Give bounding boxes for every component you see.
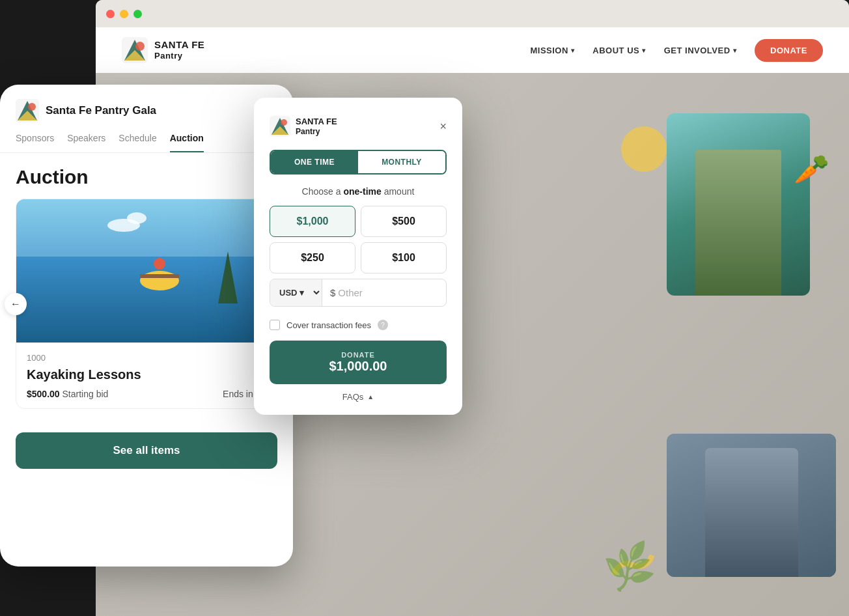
starting-bid: $500.00 Starting bid	[27, 389, 108, 399]
auction-item-info: 1000 $ Kayaking Lessons $500.00 Starting…	[16, 343, 277, 408]
auction-item-card: 1000 $ Kayaking Lessons $500.00 Starting…	[16, 199, 277, 409]
auction-item-image	[16, 199, 277, 343]
item-bid-info: $500.00 Starting bid Ends in 5d	[27, 389, 266, 399]
faqs-row[interactable]: FAQs ▲	[270, 392, 447, 402]
amount-prompt: Choose a one-time amount	[270, 186, 447, 197]
minimize-button-icon[interactable]	[120, 10, 128, 18]
nav-get-involved[interactable]: GET INVOLVED ▾	[664, 46, 736, 55]
see-all-items-button[interactable]: See all items	[16, 432, 277, 469]
logo-text-sub: Pantry	[154, 51, 204, 61]
logo-text-name: SANTA FE	[154, 39, 204, 51]
amount-250[interactable]: $250	[270, 242, 355, 273]
help-icon[interactable]: ?	[378, 320, 388, 330]
tab-auction[interactable]: Auction	[170, 133, 204, 152]
site-navbar: SANTA FE Pantry MISSION ▾ ABOUT US ▾ GET…	[96, 27, 849, 73]
browser-titlebar	[96, 0, 849, 27]
tab-sponsors[interactable]: Sponsors	[16, 133, 54, 152]
photo-top	[667, 113, 810, 296]
monthly-button[interactable]: MONTHLY	[358, 151, 445, 173]
photo-bottom	[667, 434, 836, 577]
tab-schedule[interactable]: Schedule	[118, 133, 156, 152]
amount-100[interactable]: $100	[361, 242, 447, 273]
auction-section-title: Auction	[16, 166, 277, 188]
modal-header: SANTA FE Pantry ×	[270, 116, 447, 137]
modal-close-button[interactable]: ×	[439, 120, 447, 132]
cloud-decoration-2	[127, 212, 146, 224]
dollar-sign: $	[330, 287, 335, 298]
mobile-content: Auction ←	[0, 153, 293, 422]
frequency-toggle: ONE TIME MONTHLY	[270, 150, 447, 175]
maximize-button-icon[interactable]	[133, 10, 142, 18]
carrot-decoration: 🥕	[794, 152, 829, 186]
svg-point-3	[135, 42, 145, 51]
cover-fees-row: Cover transaction fees ?	[270, 320, 447, 330]
amount-grid: $1,000 $500 $250 $100	[270, 206, 447, 273]
item-name: Kayaking Lessons	[27, 367, 266, 382]
site-logo[interactable]: SANTA FE Pantry	[122, 37, 204, 63]
modal-logo-name: SANTA FE	[296, 117, 337, 127]
modal-logo-icon	[270, 116, 290, 137]
donation-modal: SANTA FE Pantry × ONE TIME MONTHLY Choos…	[254, 98, 462, 415]
mobile-logo-icon	[16, 99, 39, 122]
circle-decoration	[621, 126, 667, 172]
navbar-nav: MISSION ▾ ABOUT US ▾ GET INVOLVED ▾ DONA…	[530, 39, 823, 62]
mobile-header: Santa Fe Pantry Gala ≡	[0, 85, 293, 133]
donate-action-button[interactable]: DONATE $1,000.00	[270, 341, 447, 384]
nav-mission[interactable]: MISSION ▾	[530, 46, 574, 55]
modal-logo: SANTA FE Pantry	[270, 116, 337, 137]
water-bg	[16, 257, 277, 343]
mobile-card: Santa Fe Pantry Gala ≡ Sponsors Speakers…	[0, 85, 293, 567]
chevron-down-icon: ▾	[571, 47, 575, 54]
other-amount-input[interactable]: Other	[338, 287, 363, 298]
currency-select[interactable]: USD ▾	[270, 279, 322, 306]
one-time-button[interactable]: ONE TIME	[271, 151, 358, 173]
auction-item-container: ←	[16, 199, 277, 409]
faqs-label: FAQs	[342, 392, 364, 402]
close-button-icon[interactable]	[106, 10, 115, 18]
chevron-down-icon: ▾	[642, 47, 646, 54]
amount-1000[interactable]: $1,000	[270, 206, 355, 237]
faqs-chevron-icon: ▲	[367, 393, 374, 400]
prev-item-button[interactable]: ←	[5, 293, 27, 315]
mobile-logo-area: Santa Fe Pantry Gala	[16, 99, 156, 122]
amount-500[interactable]: $500	[361, 206, 447, 237]
cover-fees-checkbox[interactable]	[270, 320, 280, 330]
svg-point-7	[28, 103, 36, 111]
donate-action-label: DONATE	[280, 351, 436, 359]
mobile-app-title: Santa Fe Pantry Gala	[46, 104, 156, 117]
cover-fees-label: Cover transaction fees	[286, 320, 371, 330]
item-number: 1000	[27, 353, 46, 363]
other-input-area[interactable]: $ Other	[322, 287, 446, 298]
site-donate-button[interactable]: DONATE	[755, 39, 823, 62]
other-amount-row: USD ▾ $ Other	[270, 279, 447, 307]
mobile-tabs: Sponsors Speakers Schedule Auction	[0, 133, 293, 153]
nav-about-us[interactable]: ABOUT US ▾	[592, 46, 645, 55]
logo-icon	[122, 37, 148, 63]
modal-logo-sub: Pantry	[296, 127, 337, 136]
chevron-down-icon: ▾	[733, 47, 737, 54]
tab-speakers[interactable]: Speakers	[67, 133, 105, 152]
svg-point-11	[281, 119, 287, 126]
donate-action-amount: $1,000.00	[280, 359, 436, 374]
auction-item-meta: 1000 $	[27, 352, 266, 363]
